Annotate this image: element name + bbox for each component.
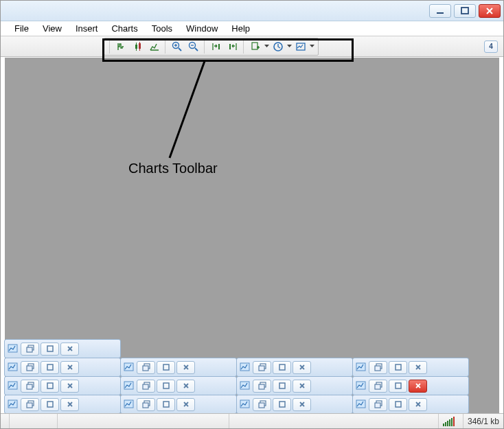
minimized-chart-window[interactable] xyxy=(4,395,121,414)
restore-icon[interactable] xyxy=(137,361,155,374)
notifications-badge[interactable]: 4 xyxy=(484,40,498,53)
minimized-chart-window[interactable] xyxy=(236,376,353,395)
close-icon[interactable] xyxy=(176,380,195,393)
maximize-icon[interactable] xyxy=(41,361,59,374)
maximize-icon[interactable] xyxy=(389,380,407,393)
separator xyxy=(243,40,245,54)
maximize-button[interactable] xyxy=(454,4,476,18)
close-icon[interactable] xyxy=(60,380,79,393)
restore-icon[interactable] xyxy=(369,380,387,393)
svg-rect-65 xyxy=(259,403,264,408)
templates-dropdown[interactable] xyxy=(309,44,315,49)
svg-rect-33 xyxy=(259,366,264,371)
close-icon[interactable] xyxy=(409,398,427,411)
maximize-icon[interactable] xyxy=(41,398,59,411)
minimized-chart-window[interactable] xyxy=(236,358,353,377)
connection-indicator xyxy=(438,414,463,428)
maximize-icon[interactable] xyxy=(389,398,407,411)
svg-rect-17 xyxy=(297,43,305,50)
separator xyxy=(165,40,167,54)
minimized-chart-window[interactable] xyxy=(352,395,469,414)
periodicity-dropdown[interactable] xyxy=(286,44,293,49)
maximize-icon[interactable] xyxy=(41,380,59,393)
indicators-icon[interactable] xyxy=(248,39,263,54)
menu-charts[interactable]: Charts xyxy=(104,22,144,35)
maximize-icon[interactable] xyxy=(157,361,175,374)
auto-scroll-icon[interactable] xyxy=(209,39,224,54)
close-icon[interactable] xyxy=(409,380,427,393)
restore-icon[interactable] xyxy=(253,380,271,393)
close-button[interactable] xyxy=(479,4,501,18)
restore-icon[interactable] xyxy=(21,343,39,356)
close-icon[interactable] xyxy=(293,361,311,374)
minimized-chart-window[interactable] xyxy=(4,339,121,358)
svg-rect-67 xyxy=(356,400,365,408)
minimized-chart-window[interactable] xyxy=(4,358,121,377)
minimized-chart-window[interactable] xyxy=(120,376,237,395)
svg-rect-55 xyxy=(8,400,17,408)
svg-rect-34 xyxy=(279,364,285,370)
restore-icon[interactable] xyxy=(137,380,155,393)
close-icon[interactable] xyxy=(176,398,195,411)
maximize-icon[interactable] xyxy=(273,380,291,393)
restore-icon[interactable] xyxy=(253,361,271,374)
chart-icon xyxy=(239,380,251,392)
candlestick-icon[interactable] xyxy=(130,39,146,54)
maximize-icon[interactable] xyxy=(157,380,175,393)
signal-bars-icon xyxy=(443,417,455,426)
toolbar-grip[interactable] xyxy=(109,40,111,54)
restore-icon[interactable] xyxy=(21,398,39,411)
zoom-out-icon[interactable] xyxy=(186,39,201,54)
title-bar xyxy=(1,1,503,21)
separator xyxy=(204,40,206,54)
minimized-chart-window[interactable] xyxy=(352,358,469,377)
minimize-button[interactable] xyxy=(429,4,451,18)
svg-line-7 xyxy=(179,48,181,51)
chart-icon xyxy=(7,343,19,355)
bar-chart-icon[interactable] xyxy=(114,39,129,54)
svg-rect-13 xyxy=(218,44,220,49)
menu-tools[interactable]: Tools xyxy=(145,22,179,35)
restore-icon[interactable] xyxy=(21,361,39,374)
minimized-chart-window[interactable] xyxy=(352,376,469,395)
restore-icon[interactable] xyxy=(253,398,271,411)
minimized-chart-window[interactable] xyxy=(4,376,121,395)
chart-icon xyxy=(123,398,135,410)
periodicity-icon[interactable] xyxy=(271,39,286,54)
close-icon[interactable] xyxy=(176,361,195,374)
menu-view[interactable]: View xyxy=(36,22,69,35)
restore-icon[interactable] xyxy=(369,361,387,374)
close-icon[interactable] xyxy=(60,361,79,374)
close-icon[interactable] xyxy=(293,398,311,411)
chart-icon xyxy=(355,398,367,410)
maximize-icon[interactable] xyxy=(389,361,407,374)
menu-help[interactable]: Help xyxy=(225,22,257,35)
templates-icon[interactable] xyxy=(293,39,308,54)
maximize-icon[interactable] xyxy=(273,398,291,411)
svg-rect-38 xyxy=(396,364,401,370)
restore-icon[interactable] xyxy=(137,398,155,411)
menu-insert[interactable]: Insert xyxy=(69,22,105,35)
maximize-icon[interactable] xyxy=(157,398,175,411)
minimized-chart-window[interactable] xyxy=(120,395,237,414)
minimized-chart-window[interactable] xyxy=(236,395,353,414)
maximize-icon[interactable] xyxy=(273,361,291,374)
maximize-icon[interactable] xyxy=(41,343,59,356)
line-chart-icon[interactable] xyxy=(147,39,162,54)
indicators-dropdown[interactable] xyxy=(264,44,270,49)
close-icon[interactable] xyxy=(60,343,79,356)
zoom-in-icon[interactable] xyxy=(170,39,185,54)
chart-shift-icon[interactable] xyxy=(225,39,240,54)
svg-rect-54 xyxy=(396,383,401,389)
restore-icon[interactable] xyxy=(369,398,387,411)
menu-file[interactable]: File xyxy=(8,22,36,35)
svg-rect-14 xyxy=(229,44,231,49)
close-icon[interactable] xyxy=(409,361,427,374)
svg-rect-62 xyxy=(163,402,169,407)
minimized-windows-area xyxy=(5,339,469,413)
restore-icon[interactable] xyxy=(21,380,39,393)
close-icon[interactable] xyxy=(60,398,79,411)
menu-window[interactable]: Window xyxy=(179,22,225,35)
minimized-chart-window[interactable] xyxy=(120,358,237,377)
close-icon[interactable] xyxy=(293,380,311,393)
